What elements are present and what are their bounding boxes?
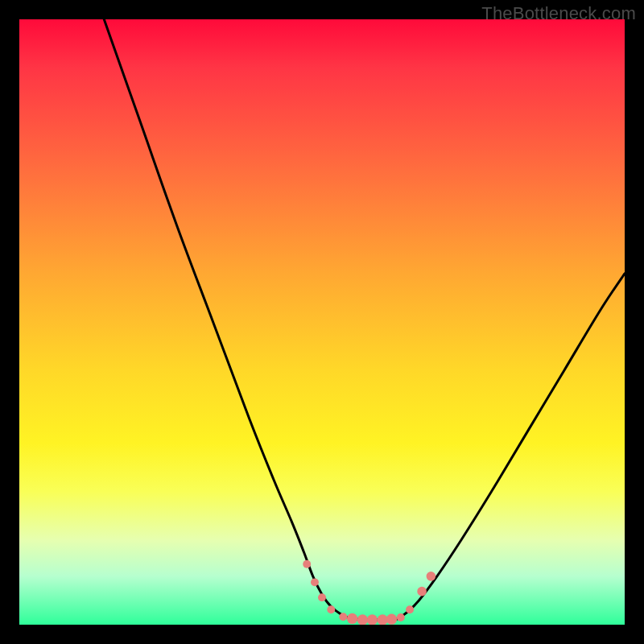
valley-marker (318, 593, 326, 601)
bottleneck-curve (104, 19, 625, 620)
curve-svg (19, 19, 625, 625)
valley-marker (357, 614, 368, 625)
valley-marker (339, 613, 347, 621)
chart-frame: TheBottleneck.com (0, 0, 644, 644)
valley-marker (427, 572, 436, 581)
valley-marker (347, 613, 357, 624)
valley-marker (386, 614, 397, 625)
valley-marker (311, 578, 319, 586)
curve-layer (104, 19, 625, 620)
plot-area (19, 19, 625, 625)
valley-marker (378, 614, 388, 625)
valley-marker (327, 605, 335, 613)
valley-marker (406, 605, 414, 613)
valley-marker (367, 614, 378, 625)
valley-marker (397, 613, 405, 621)
marker-layer (303, 560, 436, 625)
valley-marker (303, 560, 311, 568)
valley-marker (417, 587, 427, 597)
